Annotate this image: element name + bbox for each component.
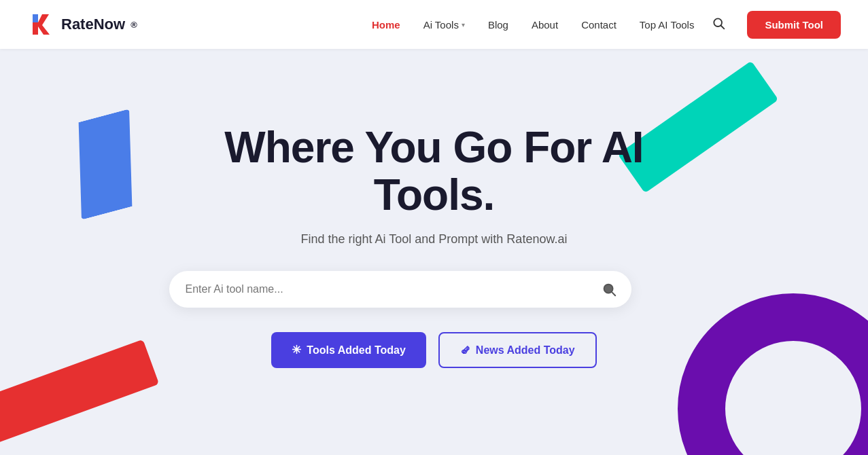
news-added-today-button[interactable]: 🗞 News Added Today	[438, 332, 597, 368]
nav-links: Home Ai Tools ▾ Blog About Contact Top A…	[362, 14, 704, 36]
decorative-red-shape	[0, 340, 159, 445]
search-icon[interactable]	[704, 11, 733, 39]
hero-content: Where You Go For AI Tools. Find the righ…	[169, 124, 699, 369]
svg-line-6	[612, 293, 615, 296]
svg-marker-2	[33, 14, 38, 22]
sparkle-icon: ✳	[292, 343, 301, 357]
nav-blog[interactable]: Blog	[479, 14, 518, 36]
chevron-down-icon: ▾	[462, 21, 465, 29]
hero-subtitle: Find the right Ai Tool and Prompt with R…	[169, 232, 699, 247]
submit-tool-button[interactable]: Submit Tool	[747, 11, 841, 39]
nav-about[interactable]: About	[522, 14, 568, 36]
nav-ai-tools[interactable]: Ai Tools ▾	[414, 14, 474, 36]
hero-title: Where You Go For AI Tools.	[169, 124, 699, 219]
logo-icon	[27, 10, 56, 39]
nav-contact[interactable]: Contact	[572, 14, 626, 36]
search-input[interactable]	[186, 283, 591, 295]
logo-symbol: ®	[131, 20, 137, 30]
tools-added-today-button[interactable]: ✳ Tools Added Today	[271, 332, 426, 368]
cta-buttons: ✳ Tools Added Today 🗞 News Added Today	[169, 332, 699, 368]
nav-home[interactable]: Home	[362, 14, 410, 36]
navbar: RateNow® Home Ai Tools ▾ Blog About Cont…	[0, 0, 868, 49]
logo-text: RateNow	[61, 16, 125, 33]
decorative-purple-circle	[678, 293, 868, 455]
svg-line-4	[721, 25, 725, 29]
logo-link[interactable]: RateNow®	[27, 10, 137, 39]
decorative-blue-shape	[57, 109, 154, 220]
search-bar	[169, 271, 631, 308]
search-submit-button[interactable]	[591, 275, 627, 304]
newspaper-icon: 🗞	[460, 344, 470, 356]
hero-section: Where You Go For AI Tools. Find the righ…	[0, 49, 868, 455]
search-icon	[602, 282, 617, 297]
nav-top-ai-tools[interactable]: Top AI Tools	[630, 14, 704, 36]
